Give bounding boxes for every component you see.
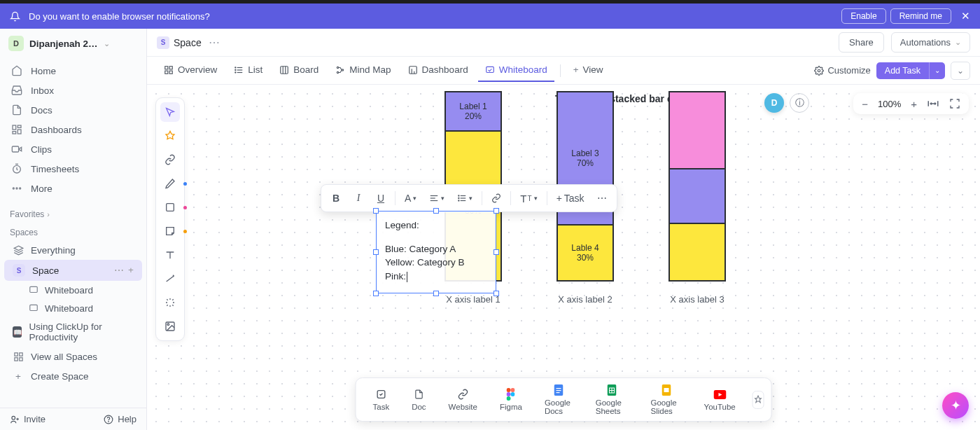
svg-point-32	[337, 67, 339, 68]
svg-rect-21	[165, 71, 168, 74]
list-dropdown[interactable]: ▾	[451, 188, 478, 209]
tab-board[interactable]: Board	[272, 59, 326, 82]
text-size-dropdown[interactable]: TT▾	[514, 188, 542, 209]
share-button[interactable]: Share	[839, 32, 884, 53]
pin-button[interactable]	[752, 391, 764, 409]
sticky-tool[interactable]	[160, 221, 180, 241]
zoom-level[interactable]: 100%	[878, 99, 901, 109]
resize-handle[interactable]	[493, 291, 499, 296]
sidebar-item-docs[interactable]: Docs	[4, 100, 142, 120]
card-youtube[interactable]: YouTube	[694, 385, 746, 414]
fit-width-icon[interactable]	[927, 97, 939, 110]
underline-button[interactable]: U	[370, 188, 391, 209]
chevron-down-icon[interactable]: ⌄	[929, 62, 945, 79]
sidebar-item-everything[interactable]: Everything	[4, 240, 142, 260]
breadcrumb-space[interactable]: S Space	[157, 36, 202, 49]
font-dropdown[interactable]: A▾	[399, 188, 422, 209]
hand-tool[interactable]	[160, 126, 180, 146]
tab-list[interactable]: List	[227, 59, 270, 82]
tab-overview[interactable]: Overview	[157, 59, 224, 82]
zoom-in-button[interactable]: +	[911, 98, 917, 110]
more-button[interactable]: ⋯	[592, 188, 612, 209]
svg-rect-10	[30, 286, 38, 292]
sidebar-item-view-all-spaces[interactable]: View all Spaces	[4, 347, 142, 366]
remind-me-button[interactable]: Remind me	[890, 8, 951, 24]
svg-rect-12	[14, 352, 17, 355]
link-tool[interactable]	[160, 150, 180, 169]
close-icon[interactable]: ✕	[961, 10, 970, 22]
card-google-slides[interactable]: Google Slides	[641, 381, 692, 418]
tab-add-view[interactable]: +View	[566, 59, 610, 82]
card-figma[interactable]: Figma	[490, 385, 532, 414]
image-tool[interactable]	[160, 317, 180, 336]
resize-handle[interactable]	[493, 208, 499, 214]
sidebar-item-using-clickup[interactable]: 📖Using ClickUp for Productivity	[4, 317, 142, 347]
person-plus-icon	[10, 415, 20, 424]
spaces-section: Spaces	[0, 222, 146, 240]
svg-point-37	[818, 69, 821, 72]
ai-tool[interactable]	[160, 293, 180, 312]
legend-line-1: Blue: Category A	[385, 242, 487, 256]
customize-button[interactable]: Customize	[814, 65, 870, 76]
whiteboard-canvas[interactable]: D ⓘ − 100% + Title of this stacked bar c…	[147, 85, 980, 430]
card-website[interactable]: Website	[439, 385, 487, 414]
sidebar-item-clips[interactable]: Clips	[4, 139, 142, 159]
fullscreen-icon[interactable]	[949, 98, 960, 109]
bold-button[interactable]: B	[326, 188, 346, 209]
legend-text-box[interactable]: Legend: Blue: Category A Yellow: Categor…	[376, 211, 496, 293]
workspace-switcher[interactable]: D Dipanjenah 2… ⌄	[0, 29, 146, 58]
help-button[interactable]: Help	[104, 414, 136, 424]
resize-handle[interactable]	[433, 291, 439, 296]
sidebar-item-more[interactable]: More	[4, 179, 142, 198]
svg-point-55	[507, 396, 511, 401]
svg-rect-15	[19, 357, 22, 360]
sidebar-item-inbox[interactable]: Inbox	[4, 81, 142, 100]
sidebar-item-create-space[interactable]: +Create Space	[4, 366, 142, 386]
link-button[interactable]	[486, 188, 507, 209]
sidebar-item-dashboards[interactable]: Dashboards	[4, 120, 142, 139]
resize-handle[interactable]	[373, 249, 379, 255]
zoom-controls: − 100% +	[853, 93, 969, 114]
resize-handle[interactable]	[433, 208, 439, 214]
pointer-tool[interactable]	[160, 102, 180, 122]
card-doc[interactable]: Doc	[402, 385, 435, 414]
sidebar-item-space[interactable]: SSpace⋯+	[4, 260, 142, 281]
resize-handle[interactable]	[373, 208, 379, 214]
card-google-docs[interactable]: Google Docs	[535, 381, 583, 418]
sidebar-item-whiteboard-1[interactable]: Whiteboard	[0, 281, 146, 299]
more-button[interactable]: ⌄	[951, 62, 970, 80]
tab-dashboard[interactable]: Dashboard	[401, 59, 475, 82]
more-icon[interactable]: ⋯	[209, 36, 220, 49]
space-avatar: S	[157, 36, 169, 49]
tab-mind-map[interactable]: Mind Map	[328, 59, 398, 82]
sidebar-item-whiteboard-2[interactable]: Whiteboard	[0, 299, 146, 317]
enable-button[interactable]: Enable	[841, 8, 886, 24]
plus-icon[interactable]: +	[128, 265, 134, 276]
resize-handle[interactable]	[493, 249, 499, 255]
resize-handle[interactable]	[373, 291, 379, 296]
add-task-inline[interactable]: + Task	[551, 188, 590, 209]
ai-fab[interactable]: ✦	[942, 392, 969, 419]
shape-tool[interactable]	[160, 197, 180, 217]
svg-point-26	[235, 67, 236, 67]
invite-button[interactable]: Invite	[10, 414, 46, 424]
clips-icon	[11, 144, 22, 155]
sidebar-item-timesheets[interactable]: Timesheets	[4, 159, 142, 179]
connector-tool[interactable]	[160, 269, 180, 289]
add-task-button[interactable]: Add Task⌄	[876, 62, 945, 79]
sidebar-item-home[interactable]: Home	[4, 61, 142, 81]
tab-whiteboard[interactable]: Whiteboard	[478, 59, 554, 82]
card-task[interactable]: Task	[363, 385, 400, 414]
automations-button[interactable]: Automations⌄	[891, 32, 970, 53]
favorites-section[interactable]: Favorites›	[0, 204, 146, 222]
home-icon	[11, 65, 22, 76]
more-icon[interactable]: ⋯	[114, 265, 124, 276]
italic-button[interactable]: I	[348, 188, 369, 209]
pen-tool[interactable]	[160, 174, 180, 193]
zoom-out-button[interactable]: −	[862, 98, 868, 110]
card-google-sheets[interactable]: Google Sheets	[586, 381, 638, 418]
text-tool[interactable]	[160, 245, 180, 265]
tool-rail	[155, 97, 185, 341]
workspace-avatar: D	[8, 36, 24, 51]
align-dropdown[interactable]: ▾	[424, 188, 450, 209]
